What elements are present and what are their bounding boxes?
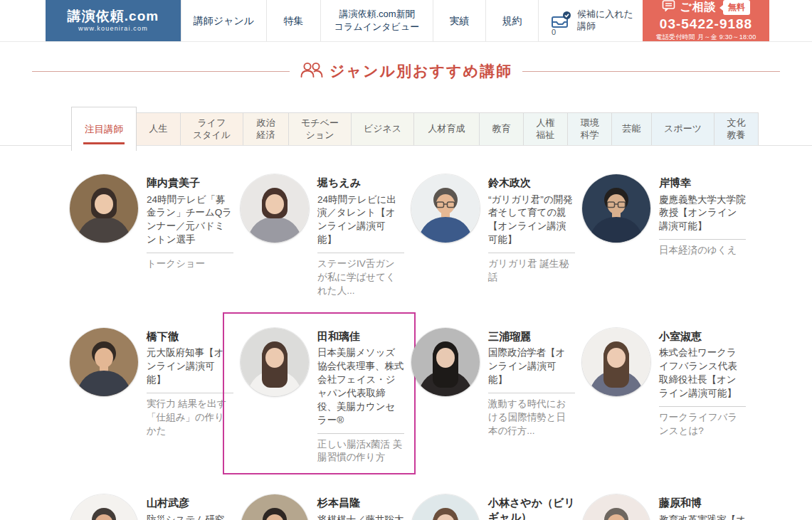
- genre-tab-label: 環境 科学: [581, 117, 599, 142]
- genre-tab-2[interactable]: ライフ スタイル: [181, 112, 243, 145]
- section-title: ジャンル別おすすめ講師: [329, 61, 512, 81]
- speaker-title: 将棋棋士／藤井聡太の師匠【オンライン講演可能】: [317, 514, 404, 520]
- people-icon: [300, 61, 324, 81]
- genre-tabbar: 注目講師 人生 ライフ スタイル 政治 経済 モチベー ション ビジネス 人材育…: [0, 107, 812, 145]
- speaker-photo: [411, 174, 480, 243]
- site-logo-title: 講演依頼.com: [68, 9, 159, 24]
- speaker-name: 三浦瑠麗: [488, 329, 575, 344]
- heading-rule-right: [522, 71, 780, 72]
- speaker-name: 小室淑恵: [659, 329, 746, 344]
- speaker-info: 堀ちえみ 24時間テレビに出演／タレント【オンライン講演可能】 ステージIV舌ガ…: [317, 174, 404, 298]
- candidates-tray-icon: 0: [550, 6, 571, 35]
- speaker-info: 藤原和博 教育改革実践家【オンライン講演可能】 AI時代の戦略的生き方のすすめ: [659, 494, 746, 520]
- genre-tab-0[interactable]: 注目講師: [71, 107, 137, 151]
- card-divider: [147, 393, 233, 393]
- speaker-name: 岸博幸: [659, 176, 746, 190]
- speaker-name: 鈴木政次: [488, 176, 575, 190]
- speaker-topic: ステージIV舌ガンが私に学ばせてくれた人...: [317, 258, 404, 298]
- speaker-card-1[interactable]: 堀ちえみ 24時間テレビに出演／タレント【オンライン講演可能】 ステージIV舌ガ…: [241, 174, 404, 298]
- speaker-card-5[interactable]: 田和璃佳 日本美腸メソッズ協会代表理事、株式会社フェイス・ジャパン代表取締役、美…: [241, 328, 404, 465]
- speaker-info: 橋下徹 元大阪府知事【オンライン講演可能】 実行力 結果を出す「仕組み」の作りか…: [147, 328, 233, 465]
- speaker-card-6[interactable]: 三浦瑠麗 国際政治学者【オンライン講演可能】 激動する時代における国際情勢と日本…: [411, 328, 575, 465]
- genre-tab-11[interactable]: スポーツ: [652, 112, 715, 145]
- speaker-photo: [582, 328, 650, 396]
- speaker-title: 日本美腸メソッズ協会代表理事、株式会社フェイス・ジャパン代表取締役、美腸カウンセ…: [317, 346, 404, 427]
- speaker-title: 24時間テレビ「募金ラン」チームQランナー／元バドミントン選手: [147, 193, 233, 248]
- speaker-name: 田和璃佳: [317, 329, 404, 344]
- card-divider: [659, 239, 746, 240]
- speaker-name: 小林さやか（ビリギャル）: [488, 496, 575, 520]
- consult-label: ご相談: [680, 0, 716, 15]
- phone-hours: 電話受付時間 月～金 9:30～18:00: [655, 33, 756, 42]
- card-divider: [147, 253, 233, 253]
- speaker-card-8[interactable]: 山村武彦 防災システム研究所所長【オンライン講演可能】 新型コロナウイルス感染症…: [70, 494, 233, 520]
- speaker-card-10[interactable]: 小林さやか（ビリギャル） 映画『ビリギャル』主人公【オンライン講演可能】 「やれ…: [411, 494, 575, 520]
- speaker-info: 田和璃佳 日本美腸メソッズ協会代表理事、株式会社フェイス・ジャパン代表取締役、美…: [317, 328, 404, 465]
- genre-tab-12[interactable]: 文化 教養: [715, 112, 759, 145]
- genre-tab-3[interactable]: 政治 経済: [243, 112, 289, 145]
- speaker-photo: [582, 174, 650, 243]
- chat-bubble-icon: [662, 0, 676, 16]
- speaker-photo: [70, 174, 138, 243]
- card-divider: [488, 393, 575, 393]
- speaker-title: 元大阪府知事【オンライン講演可能】: [147, 346, 233, 387]
- genre-tab-label: 人権 福祉: [537, 117, 555, 142]
- card-divider: [317, 253, 404, 253]
- speaker-card-7[interactable]: 小室淑恵 株式会社ワークライフバランス代表取締役社長【オンライン講演可能】 ワー…: [582, 328, 746, 465]
- genre-tab-label: 文化 教養: [727, 117, 746, 142]
- page: 講演依頼.com www.kouenirai.com 講師ジャンル特集講演依頼.…: [0, 0, 812, 520]
- speaker-info: 岸博幸 慶應義塾大学大学院教授【オンライン講演可能】 日本経済のゆくえ: [659, 174, 746, 298]
- site-logo-subtitle: www.kouenirai.com: [78, 25, 148, 32]
- speaker-title: 株式会社ワークライフバランス代表取締役社長【オンライン講演可能】: [659, 346, 746, 400]
- card-divider: [317, 433, 404, 434]
- speaker-card-11[interactable]: 藤原和博 教育改革実践家【オンライン講演可能】 AI時代の戦略的生き方のすすめ: [582, 494, 746, 520]
- phone-number: 03-5422-9188: [660, 16, 752, 32]
- genre-tab-7[interactable]: 教育: [480, 112, 524, 145]
- speaker-topic: ワークライフバランスとは?: [659, 411, 746, 438]
- speaker-card-0[interactable]: 陣内貴美子 24時間テレビ「募金ラン」チームQランナー／元バドミントン選手 トー…: [70, 174, 233, 298]
- speaker-photo: [411, 494, 480, 520]
- speaker-info: 杉本昌隆 将棋棋士／藤井聡太の師匠【オンライン講演可能】 師匠が語る、藤井聡太と…: [317, 494, 404, 520]
- speaker-photo: [70, 494, 138, 520]
- main-nav: 講師ジャンル特集講演依頼.com新聞 コラムインタビュー実績規約: [181, 0, 539, 41]
- genre-tab-6[interactable]: 人材育成: [414, 112, 480, 145]
- genre-tab-label: スポーツ: [664, 123, 702, 135]
- genre-tab-label: 注目講師: [85, 123, 123, 136]
- genre-tab-9[interactable]: 環境 科学: [568, 112, 612, 145]
- speaker-topic: 正しい腸活x菌活 美腸習慣の作り方: [317, 438, 404, 465]
- genre-tab-1[interactable]: 人生: [137, 112, 181, 145]
- speaker-photo: [582, 494, 650, 520]
- genre-tab-8[interactable]: 人権 福祉: [524, 112, 568, 145]
- speaker-card-2[interactable]: 鈴木政次 “ガリガリ君”の開発者そして育ての親【オンライン講演可能】 ガリガリ君…: [411, 174, 575, 298]
- genre-tab-4[interactable]: モチベー ション: [289, 112, 352, 145]
- speaker-title: 24時間テレビに出演／タレント【オンライン講演可能】: [317, 193, 404, 248]
- site-logo[interactable]: 講演依頼.com www.kouenirai.com: [46, 0, 181, 41]
- speaker-title: 教育改革実践家【オンライン講演可能】: [659, 514, 746, 520]
- speaker-name: 藤原和博: [659, 496, 746, 510]
- genre-tab-5[interactable]: ビジネス: [352, 112, 414, 145]
- speaker-name: 山村武彦: [147, 496, 233, 510]
- nav-item-0[interactable]: 講師ジャンル: [181, 0, 267, 41]
- speaker-photo: [411, 328, 480, 396]
- candidates-button[interactable]: 0 候補に入れた 講師: [550, 0, 633, 41]
- speaker-card-3[interactable]: 岸博幸 慶應義塾大学大学院教授【オンライン講演可能】 日本経済のゆくえ: [582, 174, 746, 298]
- consult-phone-button[interactable]: ご相談 無料 03-5422-9188 電話受付時間 月～金 9:30～18:0…: [643, 0, 769, 41]
- genre-tab-label: 人生: [149, 123, 168, 135]
- genre-tab-label: ライフ スタイル: [193, 117, 231, 142]
- speaker-info: 山村武彦 防災システム研究所所長【オンライン講演可能】 新型コロナウイルス感染症…: [147, 494, 233, 520]
- speaker-title: “ガリガリ君”の開発者そして育ての親【オンライン講演可能】: [488, 193, 575, 248]
- nav-item-3[interactable]: 実績: [433, 0, 486, 41]
- nav-item-2[interactable]: 講演依頼.com新聞 コラムインタビュー: [321, 0, 433, 41]
- speaker-photo: [241, 494, 309, 520]
- speaker-card-9[interactable]: 杉本昌隆 将棋棋士／藤井聡太の師匠【オンライン講演可能】 師匠が語る、藤井聡太と…: [241, 494, 404, 520]
- nav-item-1[interactable]: 特集: [267, 0, 321, 41]
- speaker-title: 国際政治学者【オンライン講演可能】: [488, 346, 575, 387]
- speaker-info: 小林さやか（ビリギャル） 映画『ビリギャル』主人公【オンライン講演可能】 「やれ…: [488, 494, 575, 520]
- speaker-name: 陣内貴美子: [147, 176, 233, 190]
- genre-tab-10[interactable]: 芸能: [612, 112, 652, 145]
- speaker-photo: [241, 174, 309, 243]
- speaker-card-4[interactable]: 橋下徹 元大阪府知事【オンライン講演可能】 実行力 結果を出す「仕組み」の作りか…: [70, 328, 233, 465]
- speaker-title: 慶應義塾大学大学院教授【オンライン講演可能】: [659, 193, 746, 234]
- nav-item-4[interactable]: 規約: [486, 0, 539, 41]
- genre-tabs-wrap: 注目講師 人生 ライフ スタイル 政治 経済 モチベー ション ビジネス 人材育…: [0, 107, 812, 146]
